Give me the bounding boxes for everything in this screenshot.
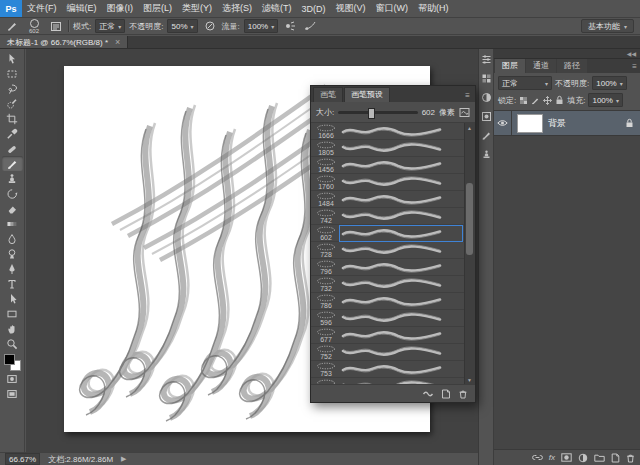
- eyedropper-tool[interactable]: [2, 126, 23, 141]
- blur-tool[interactable]: [2, 231, 23, 246]
- menu-file[interactable]: 文件(F): [22, 0, 62, 17]
- foreground-color-swatch[interactable]: [4, 354, 15, 365]
- tab-channels[interactable]: 通道: [526, 59, 556, 73]
- brush-list-scrollbar[interactable]: ▲ ▼: [464, 123, 475, 384]
- menu-select[interactable]: 选择(S): [217, 0, 257, 17]
- menu-type[interactable]: 类型(Y): [177, 0, 217, 17]
- brush-stroke-view-icon[interactable]: [422, 389, 434, 399]
- collapse-dock-icon[interactable]: ◀◀: [627, 50, 636, 57]
- toggle-brush-panel-button[interactable]: [48, 19, 64, 33]
- layer-visibility-toggle[interactable]: [494, 111, 512, 135]
- brush-preset-row[interactable]: 728: [311, 242, 475, 259]
- brush-preset-row[interactable]: 596: [311, 310, 475, 327]
- brush-preset-row[interactable]: 1666: [311, 123, 475, 140]
- shape-tool[interactable]: [2, 306, 23, 321]
- gradient-tool[interactable]: [2, 216, 23, 231]
- layer-mask-icon[interactable]: [561, 453, 572, 462]
- stroke-preview-toggle-icon[interactable]: [459, 107, 470, 118]
- slider-thumb[interactable]: [368, 108, 375, 119]
- zoom-level-field[interactable]: 66.67%: [5, 453, 40, 465]
- adjustment-layer-icon[interactable]: [578, 453, 588, 463]
- history-brush-tool[interactable]: [2, 186, 23, 201]
- quick-mask-button[interactable]: [2, 371, 23, 386]
- brush-preset-row[interactable]: 677: [311, 327, 475, 344]
- status-options-arrow-icon[interactable]: ▶: [121, 455, 126, 463]
- path-selection-tool[interactable]: [2, 291, 23, 306]
- delete-layer-icon[interactable]: [626, 453, 635, 463]
- layer-opacity-select[interactable]: 100%: [592, 76, 626, 90]
- menu-view[interactable]: 视图(V): [331, 0, 371, 17]
- rectangular-marquee-tool[interactable]: [2, 66, 23, 81]
- lock-position-icon[interactable]: [543, 96, 552, 105]
- swatches-panel-icon[interactable]: [481, 73, 492, 84]
- brush-preset-row[interactable]: 742: [311, 208, 475, 225]
- tool-preset-picker[interactable]: [4, 19, 20, 33]
- brush-preset-row[interactable]: 786: [311, 293, 475, 310]
- lock-transparent-pixels-icon[interactable]: [519, 96, 528, 105]
- type-tool[interactable]: [2, 276, 23, 291]
- airbrush-button[interactable]: [282, 19, 298, 33]
- tab-paths[interactable]: 路径: [557, 59, 587, 73]
- pressure-size-button[interactable]: [302, 19, 318, 33]
- quick-selection-tool[interactable]: [2, 96, 23, 111]
- zoom-tool[interactable]: [2, 336, 23, 351]
- brush-preset-row[interactable]: 1456: [311, 157, 475, 174]
- flow-select[interactable]: 100%: [244, 19, 278, 33]
- pen-tool[interactable]: [2, 261, 23, 276]
- spot-healing-brush-tool[interactable]: [2, 141, 23, 156]
- styles-panel-icon[interactable]: [481, 111, 492, 122]
- hand-tool[interactable]: [2, 321, 23, 336]
- brush-preset-row[interactable]: 1760: [311, 174, 475, 191]
- brush-preset-row[interactable]: 1805: [311, 140, 475, 157]
- menu-help[interactable]: 帮助(H): [413, 0, 454, 17]
- menu-edit[interactable]: 编辑(E): [62, 0, 102, 17]
- move-tool[interactable]: [2, 51, 23, 66]
- scroll-down-icon[interactable]: ▼: [465, 375, 474, 384]
- workspace-switcher[interactable]: 基本功能: [581, 19, 634, 33]
- lasso-tool[interactable]: [2, 81, 23, 96]
- layers-panel-menu-icon[interactable]: ≡: [630, 62, 639, 73]
- layer-blend-mode-select[interactable]: 正常: [498, 76, 552, 90]
- brush-tool[interactable]: [2, 156, 23, 171]
- menu-window[interactable]: 窗口(W): [371, 0, 414, 17]
- color-panel-icon[interactable]: [481, 54, 492, 65]
- close-tab-icon[interactable]: ×: [115, 38, 120, 47]
- brush-preset-row[interactable]: 634: [311, 378, 475, 385]
- new-brush-icon[interactable]: [441, 389, 451, 399]
- brush-panel-icon[interactable]: [481, 130, 492, 141]
- menu-image[interactable]: 图像(I): [102, 0, 139, 17]
- brush-preset-row[interactable]: 753: [311, 361, 475, 378]
- layer-thumbnail[interactable]: [517, 114, 543, 133]
- adjustments-panel-icon[interactable]: [481, 92, 492, 103]
- layer-style-icon[interactable]: fx: [549, 454, 555, 462]
- blend-mode-select[interactable]: 正常: [95, 19, 125, 33]
- brush-preset-row[interactable]: 602: [311, 225, 475, 242]
- clone-stamp-tool[interactable]: [2, 171, 23, 186]
- tab-layers[interactable]: 图层: [495, 59, 525, 73]
- lock-all-icon[interactable]: [555, 95, 564, 105]
- layer-fill-select[interactable]: 100%: [588, 93, 622, 107]
- brush-preset-row[interactable]: 1484: [311, 191, 475, 208]
- brush-preset-row[interactable]: 732: [311, 276, 475, 293]
- tab-brush[interactable]: 画笔: [313, 87, 343, 102]
- dodge-tool[interactable]: [2, 246, 23, 261]
- eraser-tool[interactable]: [2, 201, 23, 216]
- brush-preset-row[interactable]: 796: [311, 259, 475, 276]
- lock-image-pixels-icon[interactable]: [531, 96, 540, 105]
- pressure-opacity-icon[interactable]: [202, 19, 218, 33]
- brush-preset-row[interactable]: 752: [311, 344, 475, 361]
- tab-brush-presets[interactable]: 画笔预设: [344, 87, 390, 102]
- scroll-up-icon[interactable]: ▲: [465, 123, 474, 132]
- menu-filter[interactable]: 滤镜(T): [257, 0, 297, 17]
- menu-layer[interactable]: 图层(L): [138, 0, 177, 17]
- screen-mode-button[interactable]: [2, 386, 23, 401]
- link-layers-icon[interactable]: [532, 453, 543, 462]
- brush-preset-picker[interactable]: 602: [24, 18, 44, 34]
- scrollbar-thumb[interactable]: [466, 183, 473, 255]
- clone-source-panel-icon[interactable]: [481, 149, 492, 160]
- layer-group-icon[interactable]: [594, 453, 605, 462]
- layer-row-background[interactable]: 背景: [494, 111, 640, 136]
- panel-menu-icon[interactable]: ≡: [462, 91, 473, 102]
- document-tab[interactable]: 未标题-1 @ 66.7%(RGB/8) * ×: [0, 36, 128, 48]
- new-layer-icon[interactable]: [611, 453, 620, 463]
